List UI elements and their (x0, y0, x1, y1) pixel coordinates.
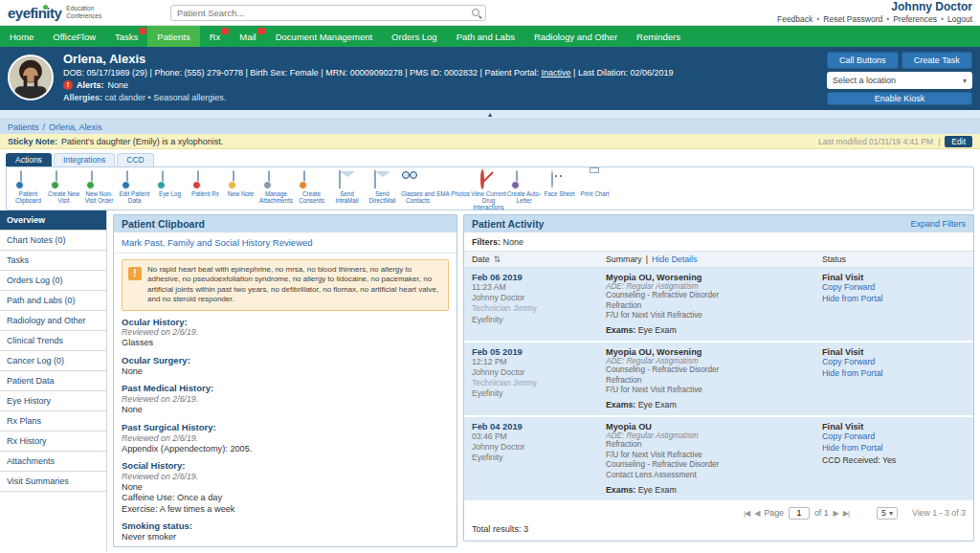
pager-last-icon[interactable]: ▶| (843, 509, 849, 518)
sidebar-item-cancer-log[interactable]: Cancer Log (0) (0, 351, 106, 371)
patient-search-input[interactable] (177, 8, 472, 18)
toolbar-print-chart[interactable]: Print Chart (577, 169, 612, 197)
pager-next-icon[interactable]: ▶ (834, 509, 838, 518)
tab-actions[interactable]: Actions (6, 153, 52, 166)
nav-rx[interactable]: Rx (200, 26, 231, 47)
hide-details-link[interactable]: Hide Details (652, 254, 697, 264)
sidebar-item-attachments[interactable]: Attachments (0, 452, 106, 472)
nav-officeflow[interactable]: OfficeFlow (43, 26, 105, 47)
toolbar-view-drug-interactions[interactable]: View Current Drug Interactions (471, 169, 506, 211)
call-buttons-button[interactable]: Call Buttons (827, 52, 899, 69)
nav-mail[interactable]: Mail (230, 26, 265, 47)
page-input[interactable] (789, 507, 810, 520)
visit-provider: Johnny Doctor (472, 367, 606, 378)
location-select[interactable]: Select a location ▾ (827, 72, 972, 89)
patient-activity-panel: Patient Activity Expand Filters Filters:… (463, 214, 974, 542)
copy-forward-link[interactable]: Copy Forward (822, 431, 966, 443)
visit-row[interactable]: Feb 06 2019 11:23 AM Johnny Doctor Techn… (464, 268, 973, 343)
feedback-link[interactable]: Feedback (777, 14, 813, 25)
copy-forward-link[interactable]: Copy Forward (822, 357, 966, 368)
breadcrumb-current: Orlena, Alexis (49, 122, 102, 132)
alerts-label: Alerts: (77, 80, 104, 90)
toolbar-create-consents[interactable]: Create Consents (294, 169, 329, 204)
sidebar-item-eye-history[interactable]: Eye History (0, 391, 106, 411)
toolbar-new-note[interactable]: New Note (223, 169, 258, 197)
nav-path-and-labs[interactable]: Path and Labs (447, 26, 524, 47)
banner-collapse-strip[interactable]: ▴ (0, 110, 980, 120)
sticky-edit-button[interactable]: Edit (945, 136, 972, 147)
toolbar-send-directmail[interactable]: Send DirectMail (365, 169, 400, 204)
nav-orders-log[interactable]: Orders Log (382, 26, 447, 47)
sidebar-item-clinical-trends[interactable]: Clinical Trends (0, 331, 106, 351)
toolbar-eye-log[interactable]: Eye Log (152, 169, 188, 197)
sidebar-item-radiology-and-other[interactable]: Radiology and Other (0, 311, 106, 331)
brand-sub-line1: Education (66, 5, 94, 11)
sidebar-item-orders-log[interactable]: Orders Log (0) (0, 271, 106, 291)
sidebar-item-overview[interactable]: Overview (0, 210, 106, 231)
exams-value: Eye Exam (638, 485, 677, 495)
section-ocular-surgery: Ocular Surgery: None (122, 355, 449, 377)
tab-integrations[interactable]: Integrations (54, 153, 115, 166)
eyefinity-logo[interactable]: eyefinity Education Conferences (8, 5, 159, 21)
patient-portal-status-link[interactable]: Inactive (542, 68, 571, 77)
tab-ccd[interactable]: CCD (117, 153, 153, 166)
tasks-notification-badge (139, 28, 146, 34)
account-links: Feedback • Reset Password • Preferences … (777, 14, 972, 25)
expand-filters-link[interactable]: Expand Filters (910, 219, 966, 229)
preferences-link[interactable]: Preferences (893, 14, 937, 25)
view-range-text: View 1 - 3 of 3 (912, 508, 966, 518)
chart-tabs: Actions Integrations CCD (0, 149, 980, 166)
toolbar-create-auto-letter[interactable]: Create Auto-Letter (506, 169, 542, 204)
manage-attachments-icon (268, 170, 270, 188)
nav-patients[interactable]: Patients (147, 26, 199, 47)
sidebar-item-rx-history[interactable]: Rx History (0, 431, 106, 452)
toolbar-create-new-visit[interactable]: Create New Visit (46, 169, 81, 204)
page-size-select[interactable]: 5 ▾ (877, 507, 898, 520)
filters-value: None (503, 237, 524, 247)
nav-reminders[interactable]: Reminders (627, 26, 690, 47)
chevron-down-icon: ▾ (963, 77, 967, 85)
reset-password-link[interactable]: Reset Password (823, 14, 882, 25)
hide-from-portal-link[interactable]: Hide from Portal (822, 443, 966, 454)
visit-time: 12:12 PM (472, 357, 606, 367)
alerts-value: None (108, 80, 129, 90)
sidebar-item-path-and-labs[interactable]: Path and Labs (0) (0, 291, 106, 311)
hide-from-portal-link[interactable]: Hide from Portal (822, 294, 966, 305)
enable-kiosk-button[interactable]: Enable Kiosk (827, 92, 972, 105)
create-task-button[interactable]: Create Task (902, 52, 973, 69)
toolbar-patient-clipboard[interactable]: Patient Clipboard (11, 169, 46, 204)
toolbar-face-sheet[interactable]: Face Sheet (542, 169, 577, 197)
sidebar-item-visit-summaries[interactable]: Visit Summaries (0, 472, 106, 492)
sidebar-item-chart-notes[interactable]: Chart Notes (0) (0, 231, 106, 251)
pager-first-icon[interactable]: |◀ (744, 509, 749, 518)
toolbar-manage-attachments[interactable]: Manage Attachments (258, 169, 294, 204)
mark-history-reviewed-link[interactable]: Mark Past, Family and Social History Rev… (114, 232, 457, 254)
sidebar-item-rx-plans[interactable]: Rx Plans (0, 411, 106, 431)
breadcrumb: Patients / Orlena, Alexis (0, 120, 980, 134)
sort-date-icon[interactable]: ⇅ (494, 254, 501, 264)
nav-document-management[interactable]: Document Management (266, 26, 382, 47)
breadcrumb-patients-link[interactable]: Patients (8, 122, 39, 132)
toolbar-send-intramail[interactable]: Send IntraMail (329, 169, 365, 204)
search-icon[interactable] (472, 9, 479, 16)
sidebar-item-tasks[interactable]: Tasks (0, 251, 106, 271)
column-status: Status (822, 254, 846, 264)
logout-link[interactable]: Logout (947, 14, 972, 25)
sidebar-item-patient-data[interactable]: Patient Data (0, 371, 106, 391)
toolbar-glasses-and-contacts[interactable]: Glasses and Contacts (400, 169, 435, 204)
hide-from-portal-link[interactable]: Hide from Portal (822, 368, 966, 380)
visit-summary-title: Myopia OU, Worsening (606, 273, 822, 282)
nav-tasks[interactable]: Tasks (105, 26, 147, 47)
toolbar-ema-photos[interactable]: EMA Photos (435, 169, 471, 197)
nav-radiology-and-other[interactable]: Radiology and Other (524, 26, 627, 47)
copy-forward-link[interactable]: Copy Forward (822, 282, 966, 294)
nav-home[interactable]: Home (0, 26, 43, 47)
main-nav: Home OfficeFlow Tasks Patients Rx Mail D… (0, 26, 980, 47)
toolbar-new-non-visit-order[interactable]: New Non-Visit Order (81, 169, 117, 204)
toolbar-patient-rx[interactable]: Patient Rx (188, 169, 223, 197)
visit-row[interactable]: Feb 04 2019 03:46 PM Johnny Doctor Eyefi… (464, 417, 973, 502)
separator: • (941, 14, 944, 25)
visit-row[interactable]: Feb 05 2019 12:12 PM Johnny Doctor Techn… (464, 343, 973, 417)
toolbar-edit-patient-data[interactable]: Edit Patient Data (117, 169, 152, 204)
pager-prev-icon[interactable]: ◀ (754, 509, 759, 518)
